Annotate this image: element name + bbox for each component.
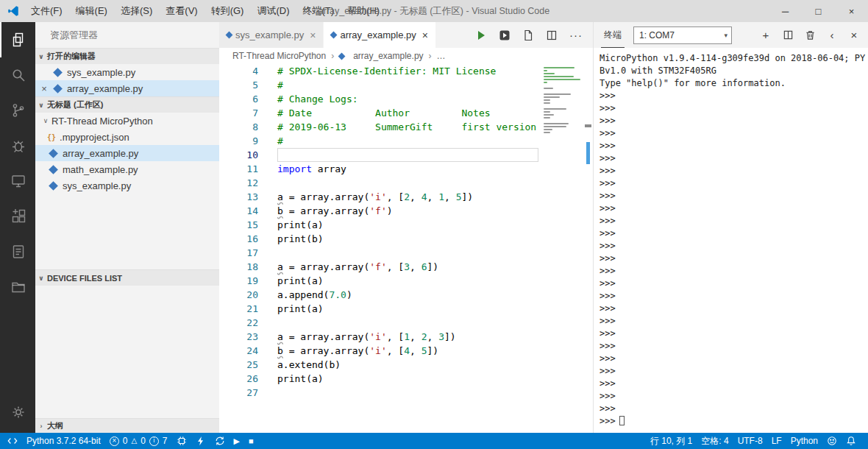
code-line[interactable]: 18a = array.array('f', [3, 6]) [219, 260, 593, 274]
line-number[interactable]: 26 [219, 372, 258, 386]
line-number[interactable]: 14 [219, 204, 258, 218]
minimap[interactable] [542, 64, 583, 433]
terminal-select[interactable]: 1: COM7 ▾ [633, 26, 732, 44]
code-line[interactable]: 4# SPDX-License-Identifier: MIT License [219, 64, 593, 78]
code-line[interactable]: 16print(b) [219, 232, 593, 246]
line-number[interactable]: 8 [219, 120, 258, 134]
code-line[interactable]: 25a.extend(b) [219, 358, 593, 372]
code-editor[interactable]: 4# SPDX-License-Identifier: MIT License5… [219, 64, 593, 433]
menu-edit[interactable]: 编辑(E) [69, 0, 114, 22]
outline-header[interactable]: › 大纲 [35, 418, 219, 433]
tree-item[interactable]: {}.mpyproject.json [35, 129, 219, 145]
device-icon[interactable] [0, 163, 35, 199]
line-number[interactable]: 13 [219, 190, 258, 204]
code-line[interactable]: 12 [219, 176, 593, 190]
line-number[interactable]: 4 [219, 64, 258, 78]
folders-icon[interactable] [0, 269, 35, 305]
explorer-icon[interactable] [0, 22, 35, 57]
tree-item[interactable]: math_example.py [35, 161, 219, 177]
remote-icon[interactable] [0, 433, 22, 449]
open-file-icon[interactable] [522, 29, 534, 41]
feedback-smiley-icon[interactable] [822, 433, 842, 449]
line-number[interactable]: 21 [219, 302, 258, 316]
line-number[interactable]: 7 [219, 106, 258, 120]
kill-terminal-icon[interactable] [803, 29, 817, 42]
problems-indicator[interactable]: ×0 △0 i7 [105, 433, 172, 449]
more-actions-icon[interactable]: ··· [569, 29, 583, 41]
menu-debug[interactable]: 调试(D) [250, 0, 296, 22]
line-number[interactable]: 6 [219, 92, 258, 106]
open-editors-header[interactable]: ∨ 打开的编辑器 [35, 48, 219, 64]
code-line[interactable]: 26print(a) [219, 372, 593, 386]
sync-icon[interactable] [210, 433, 230, 449]
line-number[interactable]: 22 [219, 316, 258, 330]
breadcrumb-item[interactable]: RT-Thread MicroPython [232, 51, 326, 61]
settings-gear-icon[interactable] [0, 395, 35, 430]
code-line[interactable]: 13a = array.array('i', [2, 4, 1, 5]) [219, 190, 593, 204]
line-number[interactable]: 9 [219, 134, 258, 148]
run-on-device-icon[interactable] [499, 29, 511, 41]
extensions-icon[interactable] [0, 199, 35, 234]
close-icon[interactable]: × [38, 83, 50, 94]
breadcrumb-item[interactable]: … [437, 51, 446, 61]
code-line[interactable]: 5# [219, 78, 593, 92]
minimize-icon[interactable]: ─ [769, 0, 802, 22]
menu-selection[interactable]: 选择(S) [114, 0, 159, 22]
line-number[interactable]: 18 [219, 260, 258, 274]
code-line[interactable]: 27 [219, 386, 593, 400]
breadcrumb-item[interactable]: array_example.py [353, 51, 423, 61]
tab-array-example-py[interactable]: array_example.py× [324, 22, 436, 48]
open-editor-item[interactable]: ×array_example.py [35, 80, 219, 96]
code-line[interactable]: 21print(a) [219, 302, 593, 316]
code-line[interactable]: 11import array [219, 162, 593, 176]
python-interpreter[interactable]: Python 3.7.2 64-bit [22, 433, 105, 449]
overview-ruler[interactable] [583, 64, 593, 433]
code-line[interactable]: 9# [219, 134, 593, 148]
code-line[interactable]: 24b = array.array('i', [4, 5]) [219, 344, 593, 358]
search-icon[interactable] [0, 57, 35, 93]
code-line[interactable]: 22 [219, 316, 593, 330]
language-mode[interactable]: Python [786, 433, 822, 449]
code-line[interactable]: 6# Change Logs: [219, 92, 593, 106]
line-number[interactable]: 15 [219, 218, 258, 232]
line-number[interactable]: 12 [219, 176, 258, 190]
line-number[interactable]: 19 [219, 274, 258, 288]
scrollbar-thumb[interactable] [586, 142, 590, 164]
encoding[interactable]: UTF-8 [733, 433, 767, 449]
workspace-header[interactable]: ∨ 无标题 (工作区) [35, 96, 219, 113]
code-line[interactable]: 17 [219, 246, 593, 260]
menu-file[interactable]: 文件(F) [24, 0, 69, 22]
board-icon[interactable] [172, 433, 191, 449]
line-number[interactable]: 25 [219, 358, 258, 372]
new-terminal-icon[interactable]: + [759, 29, 772, 42]
line-number[interactable]: 23 [219, 330, 258, 344]
code-line[interactable]: 23a = array.array('i', [1, 2, 3]) [219, 330, 593, 344]
split-editor-icon[interactable] [546, 29, 558, 41]
tree-item[interactable]: array_example.py [35, 145, 219, 161]
chevron-left-icon[interactable]: ‹ [825, 29, 839, 42]
split-terminal-icon[interactable] [781, 29, 794, 42]
source-control-icon[interactable] [0, 93, 35, 128]
tab-terminal[interactable]: 终端 [601, 22, 625, 48]
notifications-bell-icon[interactable] [842, 433, 861, 449]
line-number[interactable]: 11 [219, 162, 258, 176]
tree-item[interactable]: ∨RT-Thread MicroPython [35, 113, 219, 129]
terminal-output[interactable]: MicroPython v1.9.4-114-g309fe39d on 2018… [594, 48, 868, 433]
notes-icon[interactable] [0, 234, 35, 269]
line-number[interactable]: 20 [219, 288, 258, 302]
tree-item[interactable]: sys_example.py [35, 177, 219, 194]
line-number[interactable]: 5 [219, 78, 258, 92]
eol-sequence[interactable]: LF [767, 433, 786, 449]
debug-icon[interactable] [0, 128, 35, 163]
indentation[interactable]: 空格: 4 [697, 433, 733, 449]
stop-icon[interactable]: ■ [244, 433, 258, 449]
run-python-file-icon[interactable] [475, 29, 487, 41]
close-icon[interactable]: × [422, 29, 428, 41]
code-line[interactable]: 14b = array.array('f') [219, 204, 593, 218]
device-files-header[interactable]: ∨ DEVICE FILES LIST [35, 269, 219, 286]
code-line[interactable]: 8# 2019-06-13 SummerGift first version [219, 120, 593, 134]
run-icon[interactable]: ▶ [230, 433, 244, 449]
open-editor-item[interactable]: sys_example.py [35, 64, 219, 80]
download-flash-icon[interactable] [191, 433, 210, 449]
close-panel-icon[interactable]: × [847, 29, 861, 42]
